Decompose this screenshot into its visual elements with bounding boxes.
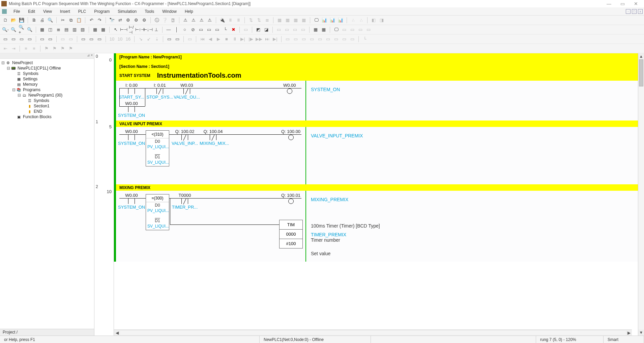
zoom-fit-icon[interactable]: 🔍 — [10, 26, 17, 33]
transfer-icon[interactable]: ⇅ — [256, 17, 262, 24]
maximize-button[interactable]: ▭ — [616, 1, 629, 6]
num-icon[interactable]: 16 — [125, 36, 131, 43]
next-icon[interactable]: ▶| — [239, 36, 246, 43]
tool-icon[interactable]: ▦ — [312, 26, 319, 33]
contact-timer-pr[interactable]: T0000 TIMER_PR... — [171, 193, 198, 210]
pause-icon[interactable]: ⏸ — [235, 17, 242, 24]
tool-icon[interactable]: ▭ — [18, 36, 25, 43]
tree-tab-project[interactable]: Project / — [0, 329, 94, 336]
prev-icon[interactable]: ◀ — [207, 36, 214, 43]
indent-icon[interactable]: ⇥ — [10, 45, 17, 52]
undo-icon[interactable]: ↶ — [88, 17, 95, 24]
tree-plc[interactable]: ⊟📟NewPLC1[CP1L] Offline — [1, 65, 93, 71]
transfer-icon[interactable]: ⇅ — [247, 17, 254, 24]
scroll-right-icon[interactable]: ▶ — [626, 331, 632, 335]
timer-block[interactable]: TIM 0000 #100 — [279, 220, 303, 248]
net-icon[interactable]: ⛬ — [358, 17, 364, 24]
scroll-up-icon[interactable]: ▲ — [638, 53, 644, 59]
tool-icon[interactable]: ⚙ — [141, 17, 148, 24]
tree-settings[interactable]: ▦Settings — [1, 76, 93, 82]
redo-icon[interactable]: ↷ — [96, 17, 103, 24]
flag-icon[interactable]: ⚑ — [51, 45, 58, 52]
view-icon[interactable]: ▦ — [39, 26, 46, 33]
func-icon[interactable]: ▭ — [206, 26, 212, 33]
delete-icon[interactable]: ✖ — [230, 26, 237, 33]
menu-window[interactable]: Window — [158, 8, 181, 15]
contact-start-sys[interactable]: I: 0.00 START_SY... — [118, 83, 145, 100]
coil-valve-input-premix[interactable]: Q: 100.00 — [281, 129, 300, 141]
mdi-restore-button[interactable]: □ — [632, 9, 637, 14]
contact-n-icon[interactable]: ⊢↓⊣ — [145, 26, 151, 33]
step-icon[interactable]: ▶▶ — [256, 36, 262, 43]
zoom-icon[interactable]: 🔍 — [26, 26, 33, 33]
tool-icon[interactable]: ▭ — [275, 26, 282, 33]
help-icon[interactable]: ❔ — [162, 17, 168, 24]
mdi-minimize-button[interactable]: - — [626, 9, 631, 14]
list-icon[interactable]: ≣ — [55, 26, 62, 33]
view-icon[interactable]: ◫ — [47, 26, 54, 33]
tool-icon[interactable]: ▭ — [325, 36, 331, 43]
tool-icon[interactable]: ▭ — [96, 36, 103, 43]
chart-icon[interactable]: 📊 — [337, 17, 344, 24]
open-icon[interactable]: 📂 — [10, 17, 17, 24]
find-icon[interactable]: 🔍 — [47, 17, 54, 24]
scroll-down-icon[interactable]: ▼ — [638, 329, 644, 336]
chart-icon[interactable]: 📊 — [321, 17, 328, 24]
ff-icon[interactable]: ⏭ — [264, 36, 270, 43]
cut-icon[interactable]: ✂ — [59, 17, 66, 24]
monitor-icon[interactable]: 🖵 — [333, 26, 340, 33]
coil-system-on[interactable]: W0.00 — [283, 83, 296, 95]
h-scroll-track[interactable] — [120, 331, 626, 335]
line-icon[interactable]: └ — [222, 26, 229, 33]
replace-icon[interactable]: ⇄ — [117, 17, 123, 24]
view-icon[interactable]: ▤ — [63, 26, 70, 33]
monitor-icon[interactable]: 🖵 — [313, 17, 320, 24]
scroll-left-icon[interactable]: ◀ — [114, 331, 120, 335]
indent-icon[interactable]: ⇤ — [2, 45, 9, 52]
mode-icon[interactable]: ▦ — [284, 17, 291, 24]
copy-icon[interactable]: ⧉ — [67, 17, 74, 24]
paste-icon[interactable]: 📋 — [76, 17, 82, 24]
zoom-out-icon[interactable]: 🔍- — [2, 26, 9, 33]
menu-simulation[interactable]: Simulation — [114, 8, 141, 15]
tool-icon[interactable]: ▭ — [317, 36, 323, 43]
tool-icon[interactable]: ▭ — [67, 36, 74, 43]
mode-icon[interactable]: ▦ — [292, 17, 299, 24]
tool-icon[interactable]: ▭ — [80, 36, 87, 43]
print-preview-icon[interactable]: 🗎 — [31, 17, 37, 24]
close-button[interactable]: ✕ — [629, 1, 643, 6]
tool-icon[interactable]: ▭ — [341, 36, 348, 43]
tool-icon[interactable]: ⚙ — [133, 17, 140, 24]
warning-icon[interactable]: ⚠ — [198, 17, 205, 24]
menu-edit[interactable]: Edit — [24, 8, 39, 15]
tree-program[interactable]: ⊟🗂NewProgram1 (00) — [1, 93, 93, 98]
compare-equal-block[interactable]: =(300) D0 PV_LIQUI... D1 SV_LIQUI... — [146, 194, 169, 230]
align-icon[interactable]: ≡ — [31, 45, 37, 52]
tool-icon[interactable]: └ — [361, 36, 368, 43]
menu-file[interactable]: File — [9, 8, 24, 15]
menu-view[interactable]: View — [39, 8, 56, 15]
coil-mixing-premix[interactable]: Q: 100.01 — [281, 193, 300, 205]
view-icon[interactable]: ▧ — [79, 26, 86, 33]
tree-symbols[interactable]: ☰Symbols — [1, 71, 93, 76]
vline-icon[interactable]: │ — [173, 26, 180, 33]
v-scrollbar[interactable]: ▲ ▼ — [638, 53, 644, 336]
v-scroll-track[interactable] — [638, 59, 644, 329]
contact-nc-icon[interactable]: ⊢/⊣ — [128, 26, 135, 33]
tool-icon[interactable]: ▭ — [309, 36, 315, 43]
tool-icon[interactable]: ▭ — [284, 36, 291, 43]
num-icon[interactable]: 10 — [117, 36, 123, 43]
chart-icon[interactable]: 📊 — [329, 17, 336, 24]
tool-icon[interactable]: ▭ — [166, 36, 173, 43]
flag-icon[interactable]: ⚑ — [67, 45, 74, 52]
end-icon[interactable]: ▶| — [272, 36, 279, 43]
tree-end[interactable]: ▮END — [1, 109, 93, 114]
stop-icon[interactable]: ■ — [223, 36, 230, 43]
pointer-icon[interactable]: ↖ — [112, 26, 119, 33]
compare-icon[interactable]: ≣ — [264, 17, 270, 24]
contact-system-on[interactable]: W0.00 SYSTEM_ON — [118, 193, 145, 210]
tool-icon[interactable]: ▦ — [320, 26, 327, 33]
tool-icon[interactable]: ▭ — [242, 26, 249, 33]
tool-icon[interactable]: ▭ — [300, 26, 306, 33]
rung-0[interactable]: I: 0.00 START_SY... I: 0.01 STOP_SYS... … — [114, 81, 638, 121]
